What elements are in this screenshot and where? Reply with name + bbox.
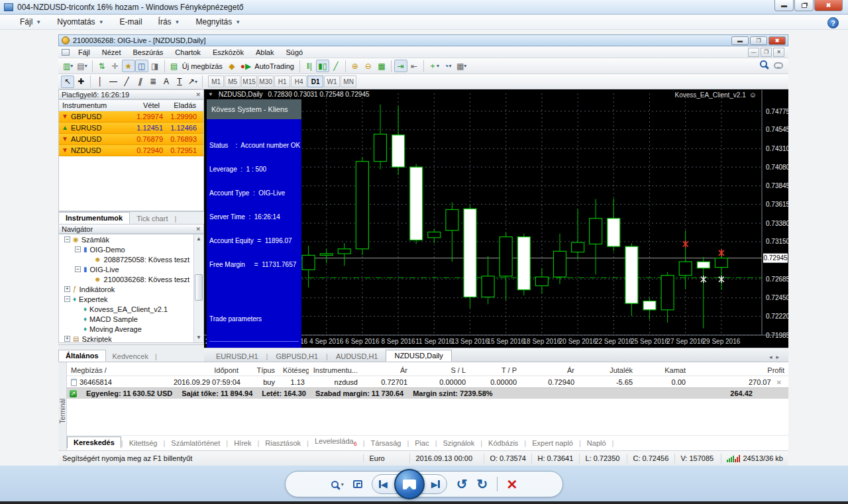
close-icon: ✕	[195, 226, 201, 232]
expand-minus-icon[interactable]: −	[75, 266, 81, 272]
new-order-icon: ▤	[168, 60, 181, 72]
viewer-menu-open[interactable]: Megnyitás▼	[188, 15, 249, 29]
viewer-titlebar: 004-NZDUSD-triconfx 16% hozam - Windows …	[0, 0, 848, 15]
mt4-menu-insert: Beszúrás	[127, 48, 169, 56]
rotate-clockwise-button[interactable]: ↻	[476, 476, 488, 492]
mt4-menu-window: Ablak	[250, 48, 280, 56]
horizontal-line-tool-icon: —	[107, 76, 120, 88]
tab-journal[interactable]: Napló	[581, 438, 612, 448]
tab-expert-log[interactable]: Expert napló	[526, 438, 579, 448]
navigator-item[interactable]: −▮OIG-Live	[59, 264, 203, 274]
navigator-item[interactable]: ♦Kovess_EA_Client_v2.1	[59, 304, 203, 314]
viewer-close-button[interactable]: ✖	[814, 0, 843, 11]
navigator-item-label: MACD Sample	[89, 315, 138, 323]
tab-alerts[interactable]: Riasztások	[259, 438, 307, 448]
viewer-menu-print[interactable]: Nyomtatás▼	[49, 15, 111, 29]
smiley-icon: ☺	[749, 91, 757, 99]
timeframe-m15: M15	[241, 76, 257, 87]
expand-plus-icon[interactable]: +	[64, 336, 70, 342]
status-symbol: Euro	[364, 454, 410, 464]
timeframe-h4: H4	[291, 76, 307, 87]
tab-trade[interactable]: Kereskedés	[67, 436, 121, 448]
previous-button[interactable]: ◀	[379, 479, 388, 489]
balance-arrow-icon: ↗	[70, 390, 77, 397]
help-icon[interactable]: ?	[827, 17, 839, 28]
tab-mailbox[interactable]: Levelesláda6	[309, 436, 363, 448]
collapse-triangle-icon: ▼	[208, 91, 213, 97]
tab-code-base[interactable]: Kódbázis	[482, 438, 524, 448]
autotrading-icon: ●▶	[238, 60, 253, 72]
navigator-item[interactable]: +ƒIndikátorok	[59, 284, 203, 294]
ask-value: 0.76893	[163, 135, 199, 143]
scripts-icon: ▤	[73, 335, 79, 342]
y-axis-label: 0.73380	[766, 220, 788, 227]
navigator-item[interactable]: −◉Számlák	[59, 234, 203, 244]
viewer-menu-file[interactable]: Fájl▼	[0, 15, 49, 29]
vertical-line-tool-icon: │	[93, 76, 107, 88]
chevron-down-icon: ▾	[341, 481, 344, 487]
navigator-item[interactable]: +▤Szkriptek	[59, 334, 203, 343]
timeframe-d1: D1	[307, 76, 323, 87]
tab-account-history[interactable]: Számlatörténet	[165, 438, 226, 448]
market-watch-row[interactable]: ▲EURUSD1.124511.12466	[59, 123, 203, 134]
zoom-in-icon: ⊕	[348, 60, 362, 72]
navigator-item[interactable]: −▮OIG-Demo	[59, 244, 203, 254]
bid-value: 1.29974	[129, 113, 163, 121]
zoom-button[interactable]: ▾	[331, 481, 344, 488]
terminal-toggle-icon: ◫	[135, 60, 148, 72]
auto-scroll-icon: ⇥	[394, 60, 407, 72]
tab-news[interactable]: Hírek	[228, 438, 257, 448]
chart-ohlc-values: 0.72830 0.73031 0.72548 0.72945	[268, 91, 370, 98]
viewer-minimize-button[interactable]: ▬	[774, 0, 794, 11]
rotate-counterclockwise-button[interactable]: ↺	[456, 476, 468, 492]
mt4-close-button: ✖	[768, 36, 786, 45]
expand-minus-icon[interactable]: −	[75, 246, 81, 252]
expand-plus-icon[interactable]: +	[64, 286, 70, 292]
navigator-item[interactable]: ♦Moving Average	[59, 324, 203, 334]
viewer-menu-burn[interactable]: Írás▼	[150, 15, 188, 29]
expand-minus-icon[interactable]: −	[64, 236, 70, 242]
navigator-item[interactable]: −♦Expertek	[59, 294, 203, 304]
navigator-scrollbar: ▲ ▼	[193, 234, 203, 342]
slideshow-button[interactable]	[394, 469, 425, 499]
terminal-side-strip: Terminál	[58, 362, 67, 451]
market-watch-row[interactable]: ▼NZDUSD0.729400.72951	[59, 145, 203, 156]
x-axis-label: 27 Sep 2016	[666, 338, 704, 345]
tab-signals[interactable]: Szignálok	[437, 438, 481, 448]
viewer-menu-email[interactable]: E-mail	[112, 15, 150, 29]
accounts-icon: ◉	[73, 236, 79, 243]
tab-market[interactable]: Piac	[409, 438, 435, 448]
delete-button[interactable]: ×	[507, 478, 517, 491]
server-icon: ▮	[83, 246, 87, 253]
navigator-item[interactable]: ☻2100036268: Kövess teszt	[59, 274, 203, 284]
status-help-text: Segítségért nyomja meg az F1 billentyűt	[58, 454, 364, 462]
terminal-header-row: Megbízás / Időpont Típus Kötéseg... Inst…	[67, 365, 788, 376]
scroll-down-icon: ▼	[194, 333, 203, 342]
next-button[interactable]: ▶	[431, 479, 440, 489]
order-row[interactable]: 36465814 2016.09.29 07:59:04 buy 1.13 nz…	[67, 376, 788, 387]
navigator-item-label: Kovess_EA_Client_v2.1	[89, 305, 168, 313]
fit-to-window-button[interactable]	[353, 480, 362, 488]
candle-body	[643, 301, 656, 310]
navigator-item[interactable]: ☻2088725058: Kövess teszt	[59, 254, 203, 264]
symbol-name: GBPUSD	[71, 113, 101, 121]
tab-exposure[interactable]: Kitettség	[123, 438, 164, 448]
expert-icon: ♦	[83, 305, 87, 313]
text-label-tool-icon: T	[173, 76, 186, 88]
tab-company[interactable]: Társaság	[365, 438, 407, 448]
market-watch-row[interactable]: ▼AUDUSD0.768790.76893	[59, 134, 203, 145]
x-axis-label: 22 Sep 2016	[595, 338, 633, 345]
close-order-icon[interactable]: ✕	[771, 379, 784, 386]
chart-tab-audusd: AUDUSD,H1	[328, 351, 386, 362]
chart-tab-nzdusd: NZDUSD,Daily	[386, 350, 451, 362]
expand-minus-icon[interactable]: −	[64, 296, 70, 302]
viewer-restore-button[interactable]	[794, 0, 814, 11]
indicators-icon: ＋▾	[427, 60, 441, 72]
magnifier-icon	[331, 481, 339, 488]
navigator-item[interactable]: ♦MACD Sample	[59, 314, 203, 324]
symbol-name: NZDUSD	[71, 146, 101, 154]
chevron-down-icon: ▼	[36, 19, 41, 25]
y-axis-label: 0.74080	[766, 164, 788, 171]
indicators-icon: ƒ	[73, 285, 77, 293]
market-watch-row[interactable]: ▼GBPUSD1.299741.29990	[59, 111, 203, 123]
